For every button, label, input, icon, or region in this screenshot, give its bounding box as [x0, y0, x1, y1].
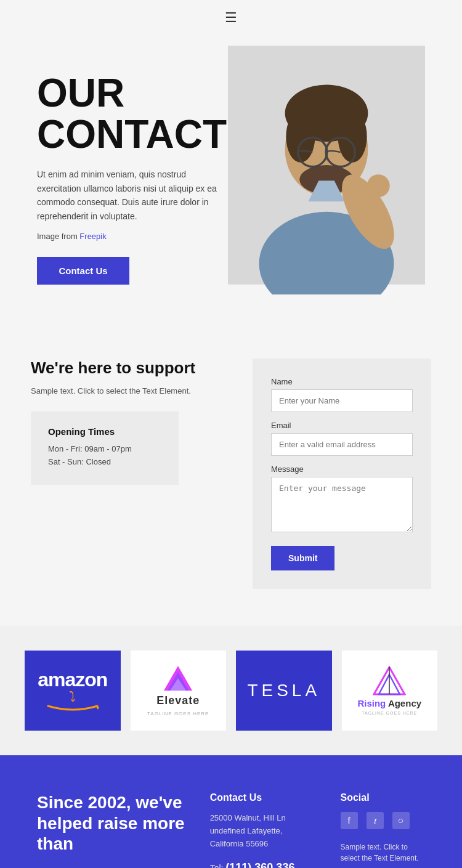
footer-left-col: Since 2002, we've helped raise more than… [37, 792, 185, 868]
rising-agency-name: Rising Agency [357, 698, 421, 708]
name-input[interactable] [271, 389, 413, 412]
email-label: Email [271, 421, 413, 430]
opening-times-title: Opening Times [48, 426, 161, 437]
rising-agency-icon [373, 666, 406, 696]
message-textarea[interactable] [271, 477, 413, 532]
hero-image-credit: Image from Freepik [37, 232, 228, 241]
contact-form: Name Email Message Submit [253, 359, 431, 589]
amazon-logo: amazon ⤵︎ [38, 668, 107, 712]
instagram-icon[interactable]: ○ [392, 812, 410, 829]
hero-image-area [228, 36, 462, 322]
support-title: We're here to support [31, 359, 228, 378]
hero-section: OUR CONTACT Ut enim ad minim veniam, qui… [0, 36, 462, 322]
facebook-icon[interactable]: f [341, 812, 358, 829]
header: ☰ [0, 0, 462, 36]
footer-tel-number: (111) 360 336 663 [210, 861, 295, 868]
footer-address: 25000 Walnut, Hill Ln undefined Lafayett… [210, 812, 316, 850]
rising-agency-tagline: TAGLINE GOES HERE [362, 711, 417, 715]
amazon-text: amazon [38, 668, 107, 691]
elevate-tagline: TAGLINE GOES HERE [147, 711, 209, 716]
logos-section: amazon ⤵︎ Elevate TAGLINE GOES HERE TESL… [0, 626, 462, 755]
email-input[interactable] [271, 433, 413, 456]
hero-description: Ut enim ad minim veniam, quis nostrud ex… [37, 168, 228, 223]
footer-headline: Since 2002, we've helped raise more than [37, 792, 185, 854]
footer-top: Since 2002, we've helped raise more than… [0, 755, 462, 868]
footer-contact-title: Contact Us [210, 792, 316, 803]
rising-agency-logo: Rising Agency TAGLINE GOES HERE [357, 666, 421, 715]
freepik-link[interactable]: Freepik [79, 232, 106, 241]
social-icons: f 𝑡 ○ [341, 812, 426, 829]
support-left-col: We're here to support Sample text. Click… [31, 359, 228, 485]
name-label: Name [271, 377, 413, 386]
svg-point-6 [338, 111, 367, 163]
tesla-text: TESLA [247, 681, 320, 700]
twitter-icon[interactable]: 𝑡 [367, 812, 384, 829]
opening-times-weekend: Sat - Sun: Closed [48, 457, 161, 466]
opening-times-box: Opening Times Mon - Fri: 09am - 07pm Sat… [31, 412, 179, 485]
tesla-logo: TESLA [247, 681, 320, 700]
svg-point-5 [286, 111, 315, 163]
footer-social-sample: Sample text. Click to select the Text El… [341, 842, 426, 864]
amazon-smile [45, 705, 100, 712]
logo-elevate: Elevate TAGLINE GOES HERE [131, 651, 227, 731]
hero-title: OUR CONTACT [37, 73, 228, 155]
logo-amazon: amazon ⤵︎ [25, 651, 121, 731]
support-section: We're here to support Sample text. Click… [0, 322, 462, 626]
hero-content: OUR CONTACT Ut enim ad minim veniam, qui… [0, 36, 259, 322]
logo-rising-agency: Rising Agency TAGLINE GOES HERE [342, 651, 438, 731]
footer-tel: Tel: (111) 360 336 663 [210, 861, 316, 868]
contact-us-button[interactable]: Contact Us [37, 257, 129, 285]
message-label: Message [271, 464, 413, 474]
opening-times-weekday: Mon - Fri: 09am - 07pm [48, 444, 161, 453]
footer-social-title: Social [341, 792, 426, 803]
elevate-text: Elevate [156, 694, 200, 707]
svg-point-13 [367, 174, 390, 197]
amazon-arrow: ⤵︎ [69, 689, 76, 705]
logo-tesla: TESLA [236, 651, 332, 731]
footer-mid-col: Contact Us 25000 Walnut, Hill Ln undefin… [210, 792, 316, 868]
submit-button[interactable]: Submit [271, 546, 334, 570]
footer-right-col: Social f 𝑡 ○ Sample text. Click to selec… [341, 792, 426, 868]
elevate-logo: Elevate TAGLINE GOES HERE [147, 665, 209, 716]
elevate-icon [163, 665, 193, 692]
menu-icon[interactable]: ☰ [225, 10, 237, 26]
support-text: Sample text. Click to select the Text El… [31, 385, 228, 397]
